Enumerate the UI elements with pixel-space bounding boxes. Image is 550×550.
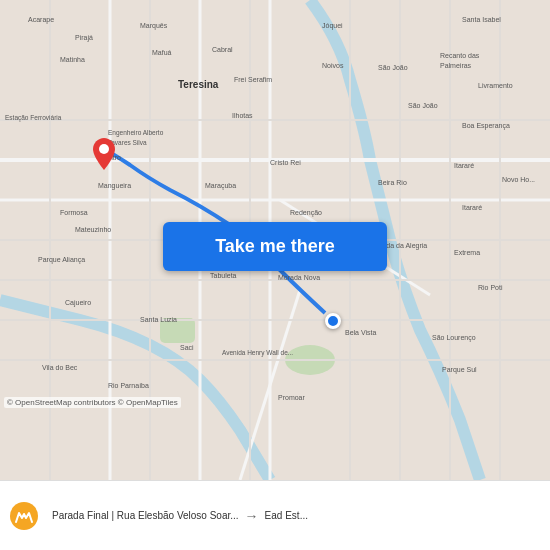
footer-bar: Parada Final | Rua Elesbão Veloso Soar..… [0,480,550,550]
route-arrow-icon: → [245,508,259,524]
svg-text:Maraçuba: Maraçuba [205,182,236,190]
svg-text:Cristo Rei: Cristo Rei [270,159,301,166]
svg-text:Itararé: Itararé [454,162,474,169]
svg-text:Mafuá: Mafuá [152,49,172,56]
svg-text:Cajueiro: Cajueiro [65,299,91,307]
svg-point-72 [99,144,109,154]
svg-text:Parque Sul: Parque Sul [442,366,477,374]
destination-pin [93,138,115,174]
svg-text:Recanto das: Recanto das [440,52,480,59]
svg-text:Cabral: Cabral [212,46,233,53]
map-attribution: © OpenStreetMap contributors © OpenMapTi… [4,397,181,408]
svg-text:Jóquei: Jóquei [322,22,343,30]
svg-text:Engenheiro Alberto: Engenheiro Alberto [108,129,164,137]
svg-text:Santa Isabel: Santa Isabel [462,16,501,23]
svg-text:Ilhotas: Ilhotas [232,112,253,119]
svg-text:Beira Rio: Beira Rio [378,179,407,186]
svg-text:Formosa: Formosa [60,209,88,216]
svg-text:Marquês: Marquês [140,22,168,30]
svg-text:Redenção: Redenção [290,209,322,217]
svg-text:Novo Ho...: Novo Ho... [502,176,535,183]
svg-text:Santa Luzia: Santa Luzia [140,316,177,323]
svg-text:Matinha: Matinha [60,56,85,63]
svg-text:Bela Vista: Bela Vista [345,329,376,336]
to-stop-label: Ead Est... [265,510,308,521]
svg-text:Itararé: Itararé [462,204,482,211]
svg-text:Mateuzinho: Mateuzinho [75,226,111,233]
svg-text:Tabuleta: Tabuleta [210,272,237,279]
svg-text:Livramento: Livramento [478,82,513,89]
moovit-logo [10,502,42,530]
moovit-icon [10,502,38,530]
svg-text:Frei Serafim: Frei Serafim [234,76,272,83]
svg-text:Parque Aliança: Parque Aliança [38,256,85,264]
svg-text:Vila do Bec: Vila do Bec [42,364,78,371]
svg-text:Promoar: Promoar [278,394,306,401]
svg-text:Extrema: Extrema [454,249,480,256]
svg-text:São João: São João [378,64,408,71]
svg-text:Palmeiras: Palmeiras [440,62,472,69]
svg-text:Saci: Saci [180,344,194,351]
svg-text:São Lourenço: São Lourenço [432,334,476,342]
current-location-dot [325,313,341,329]
svg-text:Mangueira: Mangueira [98,182,131,190]
take-me-there-button[interactable]: Take me there [163,222,387,271]
svg-text:Boa Esperança: Boa Esperança [462,122,510,130]
from-stop-label: Parada Final | Rua Elesbão Veloso Soar..… [52,510,239,521]
svg-text:Rio Parnaíba: Rio Parnaíba [108,382,149,389]
svg-text:Estação Ferroviária: Estação Ferroviária [5,114,62,122]
svg-text:Acarape: Acarape [28,16,54,24]
svg-text:Rio Poti: Rio Poti [478,284,503,291]
svg-text:Morada Nova: Morada Nova [278,274,320,281]
svg-text:Avenida Henry Wall de...: Avenida Henry Wall de... [222,349,293,357]
svg-text:Pirajá: Pirajá [75,34,93,42]
footer-content: Parada Final | Rua Elesbão Veloso Soar..… [52,508,540,524]
svg-text:São João: São João [408,102,438,109]
svg-text:Teresina: Teresina [178,79,219,90]
map-container: Acarape Pirajá Marquês Mafuá Matinha Cab… [0,0,550,480]
svg-text:Noivos: Noivos [322,62,344,69]
